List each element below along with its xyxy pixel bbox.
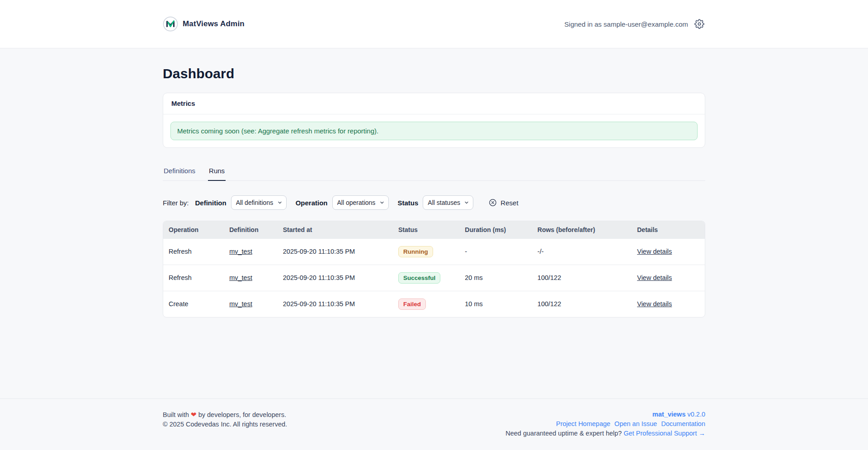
- project-homepage-link[interactable]: Project Homepage: [556, 420, 610, 427]
- definition-link[interactable]: mv_test: [229, 300, 252, 308]
- header-right: Signed in as sample-user@example.com: [564, 19, 705, 29]
- project-name-link[interactable]: mat_views: [652, 411, 685, 418]
- signed-in-text: Signed in as sample-user@example.com: [564, 20, 688, 28]
- app-title: MatViews Admin: [183, 19, 245, 28]
- footer-right: mat_views v0.2.0 Project Homepage Open a…: [505, 410, 705, 438]
- reset-filters-button[interactable]: Reset: [489, 199, 518, 207]
- support-line: Need guaranteed uptime & expert help? Ge…: [505, 429, 705, 438]
- reset-label: Reset: [500, 199, 518, 207]
- version-line: mat_views v0.2.0: [505, 410, 705, 419]
- operation-filter-select[interactable]: All operations: [332, 195, 389, 210]
- col-started-at: Started at: [278, 221, 393, 238]
- status-badge: Successful: [398, 272, 440, 284]
- professional-support-link[interactable]: Get Professional Support →: [623, 430, 705, 437]
- metrics-card-header: Metrics: [163, 93, 705, 114]
- page-title: Dashboard: [163, 66, 705, 82]
- cell-details: View details: [632, 265, 705, 291]
- site-footer: Built with ❤ by developers, for develope…: [0, 398, 868, 450]
- cell-started-at: 2025-09-20 11:10:35 PM: [278, 238, 393, 265]
- tab-runs[interactable]: Runs: [208, 164, 226, 181]
- cell-operation: Create: [163, 291, 224, 317]
- definition-filter-select[interactable]: All definitions: [231, 195, 287, 210]
- definition-link[interactable]: mv_test: [229, 274, 252, 281]
- heart-icon: ❤: [191, 411, 197, 418]
- built-with-line: Built with ❤ by developers, for develope…: [163, 410, 287, 420]
- col-operation: Operation: [163, 221, 224, 238]
- view-details-link[interactable]: View details: [637, 274, 672, 281]
- cell-status: Successful: [393, 265, 459, 291]
- x-circle-icon: [489, 199, 497, 207]
- cell-operation: Refresh: [163, 238, 224, 265]
- cell-definition: mv_test: [224, 265, 278, 291]
- open-an-issue-link[interactable]: Open an Issue: [614, 420, 657, 427]
- col-rows: Rows (before/after): [532, 221, 632, 238]
- view-details-link[interactable]: View details: [637, 248, 672, 255]
- metrics-card-title: Metrics: [171, 99, 195, 107]
- footer-left: Built with ❤ by developers, for develope…: [163, 410, 287, 429]
- matviews-logo-icon: [163, 16, 178, 32]
- footer-links-line: Project Homepage Open an Issue Documenta…: [505, 419, 705, 429]
- view-details-link[interactable]: View details: [637, 300, 672, 308]
- settings-gear-icon[interactable]: [694, 19, 705, 29]
- tab-definitions[interactable]: Definitions: [163, 164, 196, 181]
- col-definition: Definition: [224, 221, 278, 238]
- copyright-line: © 2025 Codevedas Inc. All rights reserve…: [163, 420, 287, 429]
- cell-started-at: 2025-09-20 11:10:35 PM: [278, 291, 393, 317]
- definition-link[interactable]: mv_test: [229, 248, 252, 255]
- col-details: Details: [632, 221, 705, 238]
- definition-filter-label: Definition: [195, 199, 226, 207]
- cell-duration: 10 ms: [459, 291, 532, 317]
- col-status: Status: [393, 221, 459, 238]
- table-row: Create mv_test 2025-09-20 11:10:35 PM Fa…: [163, 291, 705, 317]
- cell-rows: -/-: [532, 238, 632, 265]
- filter-by-label: Filter by:: [163, 199, 189, 207]
- cell-details: View details: [632, 291, 705, 317]
- version-link[interactable]: v0.2.0: [688, 411, 706, 418]
- documentation-link[interactable]: Documentation: [661, 420, 705, 427]
- cell-rows: 100/122: [532, 291, 632, 317]
- cell-status: Failed: [393, 291, 459, 317]
- table-header-row: Operation Definition Started at Status D…: [163, 221, 705, 238]
- cell-details: View details: [632, 238, 705, 265]
- filter-bar: Filter by: Definition All definitions Op…: [163, 195, 705, 210]
- cell-definition: mv_test: [224, 238, 278, 265]
- app-header: MatViews Admin Signed in as sample-user@…: [0, 0, 868, 48]
- cell-duration: 20 ms: [459, 265, 532, 291]
- runs-table: Operation Definition Started at Status D…: [163, 221, 705, 317]
- cell-rows: 100/122: [532, 265, 632, 291]
- cell-operation: Refresh: [163, 265, 224, 291]
- tab-bar: Definitions Runs: [163, 164, 705, 181]
- status-filter-select[interactable]: All statuses: [423, 195, 473, 210]
- cell-definition: mv_test: [224, 291, 278, 317]
- status-badge: Failed: [398, 298, 426, 310]
- brand: MatViews Admin: [163, 16, 245, 32]
- metrics-card: Metrics Metrics coming soon (see: Aggreg…: [163, 93, 705, 148]
- metrics-card-body: Metrics coming soon (see: Aggregate refr…: [163, 114, 705, 147]
- cell-status: Running: [393, 238, 459, 265]
- cell-duration: -: [459, 238, 532, 265]
- status-filter-label: Status: [398, 199, 419, 207]
- cell-started-at: 2025-09-20 11:10:35 PM: [278, 265, 393, 291]
- col-duration: Duration (ms): [459, 221, 532, 238]
- status-badge: Running: [398, 246, 433, 257]
- table-row: Refresh mv_test 2025-09-20 11:10:35 PM S…: [163, 265, 705, 291]
- operation-filter-label: Operation: [296, 199, 328, 207]
- table-row: Refresh mv_test 2025-09-20 11:10:35 PM R…: [163, 238, 705, 265]
- main-content: Dashboard Metrics Metrics coming soon (s…: [0, 48, 868, 398]
- metrics-info-alert: Metrics coming soon (see: Aggregate refr…: [170, 122, 698, 140]
